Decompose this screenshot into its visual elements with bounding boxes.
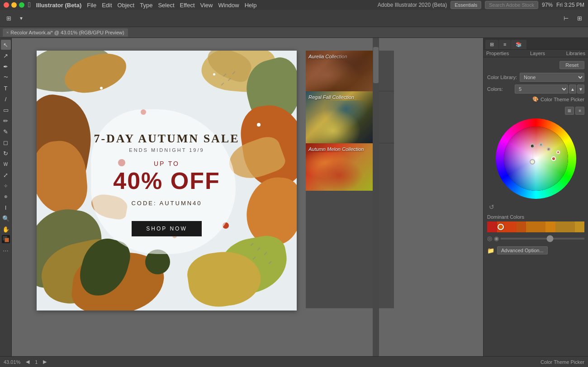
properties-icon[interactable]: ⊞ [574, 14, 584, 24]
artwork-sale-title: 7-DAY AUTUMN SALE [37, 132, 297, 146]
menubar-right: Adobe Illustrator 2020 (Beta) Essentials… [378, 1, 584, 9]
dominant-colors-bar[interactable] [487, 221, 584, 232]
grid-view-btn-1[interactable]: ⊞ [565, 107, 574, 115]
apple-menu[interactable]:  [28, 1, 31, 9]
collection-2-image: Regal Fall Collection [306, 91, 373, 143]
shape-builder-tool[interactable]: ⊕ [1, 192, 11, 202]
dom-seg-6[interactable] [555, 221, 575, 232]
svg-line-2 [549, 149, 554, 159]
layers-tab[interactable]: ≡ [499, 40, 511, 49]
color-theme-picker-panel: Reset Color Library: None Colors: 5 ▲ ▼ [484, 57, 588, 356]
menu-effect[interactable]: Effect [180, 2, 195, 9]
canvas-scrollbar-thumb[interactable] [373, 47, 379, 83]
slider-left-icon[interactable]: ◎ [487, 235, 492, 242]
menu-file[interactable]: File [87, 2, 96, 9]
menu-edit[interactable]: Edit [102, 2, 112, 9]
color-wheel-container[interactable] [496, 118, 576, 199]
view-options-btn[interactable]: ▼ [16, 14, 26, 24]
dom-cursor[interactable] [497, 221, 504, 233]
menu-type[interactable]: Type [140, 2, 152, 9]
color-library-label: Color Library: [487, 75, 517, 80]
artwork-discount: 40% OFF [37, 167, 297, 194]
minimize-button[interactable] [11, 2, 17, 8]
menu-object[interactable]: Object [118, 2, 135, 9]
line-tool[interactable]: / [1, 94, 11, 104]
eraser-tool[interactable]: ◻ [1, 137, 11, 147]
rotate-tool[interactable]: ↻ [1, 148, 11, 158]
dominant-colors-label: Dominant Colors [487, 214, 584, 220]
artwork-subtitle: ENDS MIDNIGHT 19/9 [37, 147, 297, 153]
search-stock[interactable]: Search Adobe Stock [485, 1, 538, 9]
menu-help[interactable]: Help [245, 2, 257, 9]
warp-tool[interactable]: W [1, 159, 11, 169]
color-theme-picker-label[interactable]: Color Theme Picker [541, 97, 584, 102]
type-tool[interactable]: T [1, 83, 11, 93]
libraries-label: Libraries [566, 51, 585, 56]
dom-seg-3[interactable] [517, 221, 526, 232]
page-number: 1 [35, 359, 38, 365]
dominant-colors-section: Dominant Colors [487, 214, 584, 232]
colors-increment[interactable]: ▲ [569, 85, 576, 94]
libraries-tab[interactable]: 📚 [511, 40, 526, 49]
shop-now-button[interactable]: SHOP NOW [132, 221, 201, 236]
dom-seg-4[interactable] [526, 221, 545, 232]
menu-select[interactable]: Select [158, 2, 174, 9]
collection-2[interactable]: Regal Fall Collection [306, 91, 394, 143]
hand-tool[interactable]: ✋ [1, 224, 11, 234]
tab-bar: × Recolor Artwork.ai* @ 43.01% (RGB/GPU … [0, 27, 588, 38]
color-theme-link-row: 🎨 Color Theme Picker [487, 96, 584, 102]
fullscreen-button[interactable] [19, 2, 24, 8]
folder-icon: 📁 [487, 247, 494, 254]
selection-tool[interactable]: ↖ [1, 40, 11, 50]
menu-view[interactable]: View [200, 2, 213, 9]
more-tools-btn[interactable]: … [1, 244, 11, 254]
dom-seg-1[interactable] [487, 221, 497, 232]
advanced-options-button[interactable]: Advanced Option... [497, 246, 548, 254]
wheel-reset-icon[interactable]: ↺ [489, 203, 494, 211]
grid-view-btn-2[interactable]: ≡ [575, 107, 584, 115]
color-swatch[interactable] [2, 235, 10, 243]
curvature-tool[interactable]: 〜 [1, 72, 11, 82]
dominance-slider[interactable] [501, 238, 584, 240]
eyedropper-tool[interactable]: I [1, 202, 11, 212]
workspace-selector[interactable]: Essentials [450, 1, 481, 9]
slider-right-icon[interactable]: ◉ [494, 235, 499, 242]
arrange-view-btn[interactable]: ⊞ [4, 14, 14, 24]
colors-label: Colors: [487, 86, 512, 92]
app-name[interactable]: Illustrator (Beta) [36, 2, 81, 9]
pencil-tool[interactable]: ✎ [1, 127, 11, 136]
align-tool-btn[interactable]: ⊢ [561, 14, 571, 24]
artwork-canvas: 7-DAY AUTUMN SALE ENDS MIDNIGHT 19/9 UP … [37, 51, 297, 311]
scale-tool[interactable]: ⤢ [1, 170, 11, 180]
collection-1[interactable]: Aurelia Collection [306, 51, 394, 91]
panel-tabs: ⊞ ≡ 📚 [484, 38, 588, 50]
canvas-scrollbar[interactable] [373, 38, 379, 356]
dom-seg-7[interactable] [575, 221, 585, 232]
pen-tool[interactable]: ✒ [1, 61, 11, 71]
control-bar-right: ⊢ ⊞ [561, 14, 584, 24]
main-area: ↖ ↗ ✒ 〜 T / ▭ ✏ ✎ ◻ ↻ W ⤢ ⊹ ⊕ I 🔍 ✋ … [0, 38, 588, 356]
close-button[interactable] [4, 2, 9, 8]
paintbrush-tool[interactable]: ✏ [1, 116, 11, 126]
collection-3-label: Autumn Melon Collection [308, 146, 364, 152]
grid-view-row: ⊞ ≡ [487, 107, 584, 115]
menu-window[interactable]: Window [218, 2, 239, 9]
tab-close-icon[interactable]: × [6, 30, 9, 35]
color-library-select[interactable]: None [520, 73, 584, 82]
reset-button[interactable]: Reset [560, 61, 584, 69]
properties-label: Properties [486, 51, 509, 56]
nav-prev-icon[interactable]: ◀ [26, 359, 29, 365]
colors-select[interactable]: 5 [515, 85, 568, 94]
collection-3[interactable]: Autumn Melon Collection [306, 143, 394, 191]
direct-selection-tool[interactable]: ↗ [1, 51, 11, 61]
document-tab[interactable]: × Recolor Artwork.ai* @ 43.01% (RGB/GPU … [3, 28, 128, 37]
colors-decrement[interactable]: ▼ [577, 85, 584, 94]
dom-seg-5[interactable] [545, 221, 555, 232]
rectangle-tool[interactable]: ▭ [1, 105, 11, 115]
right-panel: ⊞ ≡ 📚 Properties Layers Libraries Reset … [483, 38, 588, 356]
free-transform-tool[interactable]: ⊹ [1, 181, 11, 191]
zoom-tool[interactable]: 🔍 [1, 213, 11, 223]
canvas-area[interactable]: 7-DAY AUTUMN SALE ENDS MIDNIGHT 19/9 UP … [12, 38, 483, 356]
properties-tab[interactable]: ⊞ [485, 40, 498, 49]
nav-next-icon[interactable]: ▶ [43, 359, 47, 365]
